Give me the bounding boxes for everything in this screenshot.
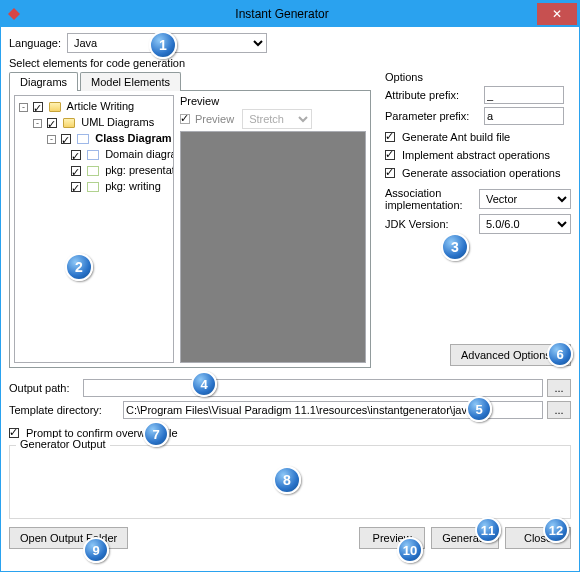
- template-dir-label: Template directory:: [9, 404, 119, 416]
- diagram-icon: [87, 150, 99, 160]
- tree-checkbox[interactable]: [71, 182, 81, 192]
- language-select[interactable]: Java: [67, 33, 267, 53]
- generate-button[interactable]: Generate: [431, 527, 499, 549]
- tree-node-label: pkg: presentation: [105, 164, 174, 176]
- chk-assoc-label: Generate association operations: [402, 167, 560, 179]
- preview-button[interactable]: Preview: [359, 527, 425, 549]
- chk-assoc[interactable]: Generate association operations: [385, 167, 571, 179]
- checkbox-icon: [9, 428, 19, 438]
- preview-header: Preview: [180, 95, 366, 107]
- checkbox-icon: [385, 168, 395, 178]
- jdk-label: JDK Version:: [385, 218, 475, 230]
- template-dir-row: Template directory: ...: [9, 401, 571, 419]
- output-path-label: Output path:: [9, 382, 79, 394]
- chk-abstract[interactable]: Implement abstract operations: [385, 149, 571, 161]
- close-window-button[interactable]: ✕: [537, 3, 577, 25]
- paths: Output path: ... Template directory: ...: [9, 379, 571, 419]
- close-button[interactable]: Close: [505, 527, 571, 549]
- tree-checkbox[interactable]: [71, 166, 81, 176]
- footer: Open Output Folder Preview Generate Clos…: [9, 527, 571, 549]
- select-elements-label: Select elements for code generation: [9, 57, 571, 69]
- tree-checkbox[interactable]: [33, 102, 43, 112]
- preview-controls: Preview Stretch: [180, 109, 366, 129]
- preview-title: Preview: [180, 95, 219, 107]
- output-path-input[interactable]: [83, 379, 543, 397]
- tree-node-label: UML Diagrams: [81, 116, 154, 128]
- element-tree[interactable]: - Article Writing - UML Diagrams: [14, 95, 174, 363]
- tree-expand-icon[interactable]: -: [19, 103, 28, 112]
- template-dir-input[interactable]: [123, 401, 543, 419]
- main-area: Diagrams Model Elements - Article Writin…: [9, 71, 571, 371]
- checkbox-icon: [385, 150, 395, 160]
- assoc-impl-label: Association implementation:: [385, 187, 475, 211]
- language-label: Language:: [9, 37, 61, 49]
- app-window: Instant Generator ✕ Language: Java Selec…: [0, 0, 580, 572]
- tree-expand-icon[interactable]: -: [33, 119, 42, 128]
- param-prefix-label: Parameter prefix:: [385, 110, 480, 122]
- content: Language: Java Select elements for code …: [1, 27, 579, 571]
- open-output-folder-button[interactable]: Open Output Folder: [9, 527, 128, 549]
- attr-prefix-row: Attribute prefix:: [385, 86, 571, 104]
- assoc-impl-row: Association implementation: Vector: [385, 187, 571, 211]
- attr-prefix-label: Attribute prefix:: [385, 89, 480, 101]
- chk-ant[interactable]: Generate Ant build file: [385, 131, 571, 143]
- tab-body: - Article Writing - UML Diagrams: [9, 90, 371, 368]
- tree-checkbox[interactable]: [71, 150, 81, 160]
- preview-column: Preview Preview Stretch: [180, 95, 366, 363]
- advanced-options-button[interactable]: Advanced Options...: [450, 344, 571, 366]
- preview-canvas: [180, 131, 366, 363]
- attr-prefix-input[interactable]: [484, 86, 564, 104]
- tab-diagrams[interactable]: Diagrams: [9, 72, 78, 91]
- preview-checkbox-label: Preview: [195, 113, 234, 125]
- tree-node-label: Article Writing: [67, 100, 135, 112]
- tree-checkbox[interactable]: [61, 134, 71, 144]
- generator-output-legend: Generator Output: [16, 438, 110, 450]
- output-path-browse-button[interactable]: ...: [547, 379, 571, 397]
- package-icon: [87, 182, 99, 192]
- preview-mode-select[interactable]: Stretch: [242, 109, 312, 129]
- app-icon: [7, 7, 21, 21]
- package-icon: [87, 166, 99, 176]
- titlebar[interactable]: Instant Generator ✕: [1, 1, 579, 27]
- output-path-row: Output path: ...: [9, 379, 571, 397]
- generator-output-area[interactable]: [16, 450, 564, 512]
- window-title: Instant Generator: [27, 7, 537, 21]
- tree-node-label: pkg: writing: [105, 180, 161, 192]
- chk-ant-label: Generate Ant build file: [402, 131, 510, 143]
- tree-expand-icon[interactable]: -: [47, 135, 56, 144]
- options-title: Options: [385, 71, 571, 83]
- assoc-impl-select[interactable]: Vector: [479, 189, 571, 209]
- tabs: Diagrams Model Elements: [9, 72, 371, 91]
- language-row: Language: Java: [9, 33, 571, 53]
- diagram-icon: [77, 134, 89, 144]
- tree-checkbox[interactable]: [47, 118, 57, 128]
- chk-abstract-label: Implement abstract operations: [402, 149, 550, 161]
- tree-node-label: Class Diagram (3): [95, 132, 174, 144]
- param-prefix-input[interactable]: [484, 107, 564, 125]
- jdk-select[interactable]: 5.0/6.0: [479, 214, 571, 234]
- folder-icon: [63, 118, 75, 128]
- tree-node-label: Domain diagram: [105, 148, 174, 160]
- options-panel: Options Attribute prefix: Parameter pref…: [379, 71, 571, 371]
- jdk-row: JDK Version: 5.0/6.0: [385, 214, 571, 234]
- svg-marker-0: [8, 8, 20, 20]
- preview-checkbox[interactable]: Preview: [180, 113, 234, 125]
- checkbox-icon: [385, 132, 395, 142]
- folder-icon: [49, 102, 61, 112]
- advanced-row: Advanced Options...: [385, 344, 571, 366]
- template-dir-browse-button[interactable]: ...: [547, 401, 571, 419]
- param-prefix-row: Parameter prefix:: [385, 107, 571, 125]
- generator-output-fieldset: Generator Output: [9, 445, 571, 519]
- tab-model-elements[interactable]: Model Elements: [80, 72, 181, 91]
- left-column: Diagrams Model Elements - Article Writin…: [9, 71, 371, 371]
- checkbox-icon: [180, 114, 190, 124]
